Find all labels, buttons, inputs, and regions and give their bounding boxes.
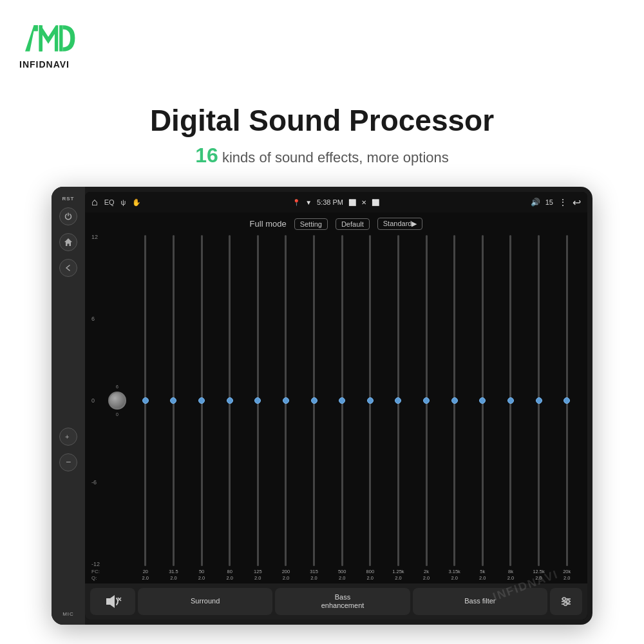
slider-thumb-9[interactable]	[395, 397, 401, 404]
slider-thumb-0[interactable]	[142, 397, 149, 404]
camera-icon: ⬜	[348, 199, 356, 206]
svg-point-14	[566, 600, 569, 603]
slider-track-6	[313, 235, 315, 566]
q-labels: 2.02.02.02.02.02.02.02.02.02.02.02.02.02…	[131, 575, 581, 581]
gain-knob-area: 6 0	[106, 234, 129, 567]
more-icon: ⋮	[558, 197, 567, 207]
subtitle: 16 kinds of sound effects, more options	[0, 144, 644, 167]
fc-labels: 2031.550801252003155008001.25k2k3.15k5k8…	[131, 569, 581, 574]
q-label-315: 2.0	[300, 575, 328, 581]
eq-band-2k[interactable]	[412, 234, 440, 567]
subtitle-text: kinds of sound effects, more options	[222, 149, 449, 166]
eq-band-315[interactable]	[300, 234, 328, 567]
bass-enhancement-button[interactable]: Bassenhancement	[275, 588, 410, 615]
db-12: 12	[91, 234, 102, 240]
status-left: ⌂ EQ ψ ✋	[91, 196, 141, 208]
eq-band-800[interactable]	[356, 234, 384, 567]
slider-track-13	[509, 235, 511, 566]
slider-thumb-8[interactable]	[367, 397, 374, 404]
volume-icon: 🔊	[531, 198, 540, 207]
fc-label-80: 80	[216, 569, 244, 574]
rst-label: RST	[62, 196, 75, 202]
hand-icon: ✋	[132, 198, 141, 207]
slider-thumb-4[interactable]	[254, 397, 261, 404]
slider-thumb-11[interactable]	[451, 397, 458, 404]
eq-band-sliders	[131, 234, 581, 567]
slider-track-10	[426, 235, 428, 566]
surround-button[interactable]: Surround	[138, 588, 272, 615]
eq-band-3.15k[interactable]	[440, 234, 469, 567]
fc-label-8k: 8k	[497, 569, 525, 574]
slider-thumb-10[interactable]	[423, 397, 430, 404]
bass-filter-label: Bass filter	[464, 597, 495, 605]
fc-label-200: 200	[272, 569, 300, 574]
eq-band-5k[interactable]	[469, 234, 497, 567]
slider-track-4	[257, 235, 259, 566]
svg-marker-1	[34, 25, 38, 31]
screen: ⌂ EQ ψ ✋ 📍 ▼ 5:38 PM ⬜ ✕ ⬜ 🔊 15 ⋮ ↩	[85, 192, 587, 620]
status-right: 🔊 15 ⋮ ↩	[531, 196, 581, 209]
eq-band-500[interactable]	[328, 234, 356, 567]
eq-band-31.5[interactable]	[160, 234, 188, 567]
slider-thumb-14[interactable]	[536, 397, 542, 404]
svg-text:+: +	[65, 433, 69, 440]
eq-header: Full mode Setting Default Standard▶	[91, 218, 581, 230]
q-label-31.5: 2.0	[160, 575, 188, 581]
slider-track-3	[229, 235, 231, 566]
svg-marker-3	[39, 25, 59, 52]
eq-tag: EQ	[104, 198, 115, 206]
eq-band-20[interactable]	[131, 234, 160, 567]
slider-thumb-5[interactable]	[283, 397, 289, 404]
slider-track-8	[369, 235, 371, 566]
eq-band-1.25k[interactable]	[384, 234, 413, 567]
slider-track-9	[397, 235, 399, 566]
x-icon: ✕	[361, 199, 366, 206]
slider-thumb-12[interactable]	[479, 397, 486, 404]
slider-thumb-6[interactable]	[311, 397, 317, 404]
fc-label-1.25k: 1.25k	[384, 569, 413, 574]
eq-sliders-container: 12 6 0 -6 -12 6 0	[91, 234, 581, 567]
slider-track-1	[173, 235, 175, 566]
db-labels: 12 6 0 -6 -12	[91, 234, 106, 567]
eq-band-8k[interactable]	[497, 234, 525, 567]
home-button[interactable]	[59, 233, 77, 251]
db-0: 0	[91, 397, 102, 404]
back-button[interactable]	[59, 259, 77, 277]
q-label-2k: 2.0	[412, 575, 440, 581]
slider-thumb-7[interactable]	[339, 397, 345, 404]
power-button[interactable]	[59, 207, 77, 225]
speaker-button[interactable]	[90, 588, 135, 615]
wifi-signal: ▼	[305, 199, 312, 206]
eq-area: Full mode Setting Default Standard▶ 12 6…	[85, 213, 587, 583]
vol-up-button[interactable]: +	[59, 428, 77, 446]
eq-band-20k[interactable]	[553, 234, 581, 567]
gain-knob[interactable]	[108, 392, 126, 410]
standard-button[interactable]: Standard▶	[377, 218, 423, 230]
db-neg6: -6	[91, 479, 102, 486]
usb-icon: ψ	[121, 198, 126, 206]
setting-button[interactable]: Setting	[294, 218, 328, 230]
subtitle-number: 16	[195, 144, 218, 167]
q-row: Q: 2.02.02.02.02.02.02.02.02.02.02.02.02…	[91, 575, 581, 581]
logo-area: INFIDNAVI	[19, 13, 77, 70]
slider-thumb-13[interactable]	[507, 397, 514, 404]
vol-down-button[interactable]: −	[59, 453, 77, 471]
q-label-800: 2.0	[356, 575, 384, 581]
eq-band-80[interactable]	[216, 234, 244, 567]
eq-band-50[interactable]	[187, 234, 216, 567]
default-button[interactable]: Default	[336, 218, 370, 230]
headline-area: Digital Sound Processor 16 kinds of soun…	[0, 103, 644, 167]
eq-band-200[interactable]	[272, 234, 300, 567]
home-icon: ⌂	[91, 196, 98, 208]
fc-label-5k: 5k	[469, 569, 497, 574]
slider-thumb-1[interactable]	[170, 397, 176, 404]
equalizer-settings-button[interactable]	[550, 588, 582, 615]
fc-label-31.5: 31.5	[160, 569, 188, 574]
volume-level: 15	[545, 198, 553, 206]
eq-band-12.5k[interactable]	[525, 234, 553, 567]
svg-point-15	[564, 603, 567, 606]
slider-thumb-3[interactable]	[227, 397, 233, 404]
slider-thumb-2[interactable]	[198, 397, 205, 404]
slider-thumb-15[interactable]	[564, 397, 570, 404]
eq-band-125[interactable]	[244, 234, 272, 567]
